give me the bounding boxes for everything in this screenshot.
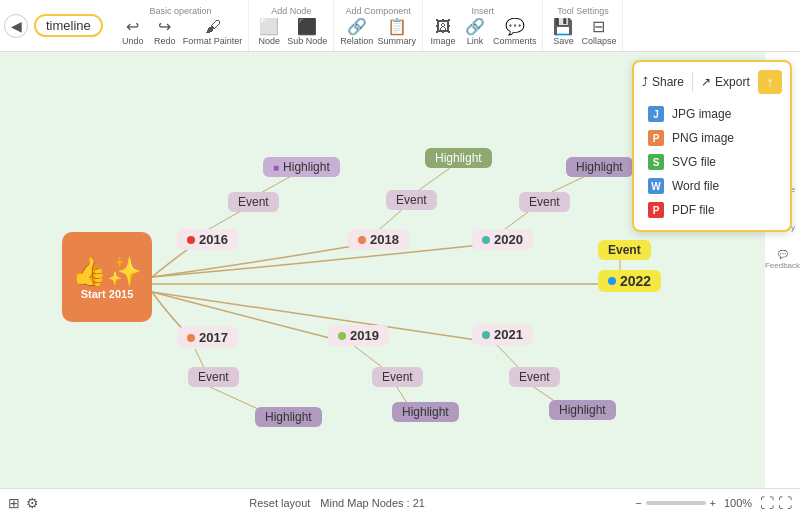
year-2021-node[interactable]: 2021 [472, 324, 533, 345]
start-node-label: Start 2015 [81, 288, 134, 300]
highlight-2016-label: Highlight [283, 160, 330, 174]
year-2018-node[interactable]: 2018 [348, 229, 409, 250]
redo-button[interactable]: ↪Redo [151, 18, 179, 46]
year-2021-label: 2021 [494, 327, 523, 342]
fullscreen-button[interactable]: ⛶ [778, 495, 792, 511]
add-component-group: Add Component 🔗Relation 📋Summary [334, 0, 423, 51]
share-button[interactable]: ⤴ Share [642, 75, 684, 89]
year-2020-node[interactable]: 2020 [472, 229, 533, 250]
event-2022-node[interactable]: Event [598, 240, 651, 260]
add-component-label: Add Component [346, 6, 411, 16]
pdf-icon: P [648, 202, 664, 218]
event-2020-node[interactable]: Event [519, 192, 570, 212]
feedback-button[interactable]: 💬 Feedback [765, 248, 800, 270]
highlight-2016-node[interactable]: ■ Highlight [263, 157, 340, 177]
event-2016-label: Event [238, 195, 269, 209]
year-2018-label: 2018 [370, 232, 399, 247]
event-2022-label: Event [608, 243, 641, 257]
png-label: PNG image [672, 131, 734, 145]
comments-button[interactable]: 💬Comments [493, 18, 537, 46]
highlight-2020-label: Highlight [576, 160, 623, 174]
divider [692, 72, 693, 92]
export-label: Export [715, 75, 750, 89]
tool-settings-group: Tool Settings 💾Save ⊟Collapse [543, 0, 623, 51]
year-2017-node[interactable]: 2017 [177, 327, 238, 348]
start-node[interactable]: 👍✨ Start 2015 [62, 232, 152, 322]
year-2022-node[interactable]: 2022 [598, 270, 661, 292]
reset-layout-button[interactable]: Reset layout [249, 497, 310, 509]
zoom-out-button[interactable]: − [635, 497, 641, 509]
export-button[interactable]: ↗ Export [701, 75, 750, 89]
add-node-label: Add Node [271, 6, 311, 16]
event-2021-label: Event [519, 370, 550, 384]
export-png-item[interactable]: P PNG image [642, 126, 782, 150]
year-2019-node[interactable]: 2019 [328, 325, 389, 346]
basic-operation-group: Basic operation ↩Undo ↪Redo 🖌Format Pain… [113, 0, 250, 51]
highlight-2017-node[interactable]: Highlight [255, 407, 322, 427]
bottombar: ⊞ ⚙ Reset layout Mind Map Nodes : 21 − +… [0, 488, 800, 516]
node-button[interactable]: ⬜Node [255, 18, 283, 46]
settings-icon: ⚙ [26, 495, 39, 511]
event-2019-node[interactable]: Event [372, 367, 423, 387]
year-2016-label: 2016 [199, 232, 228, 247]
zoom-level-label: 100% [720, 497, 756, 509]
export-svg-item[interactable]: S SVG file [642, 150, 782, 174]
toolbar: ◀ timeline Basic operation ↩Undo ↪Redo 🖌… [0, 0, 800, 52]
relation-button[interactable]: 🔗Relation [340, 18, 373, 46]
share-label: Share [652, 75, 684, 89]
summary-button[interactable]: 📋Summary [377, 18, 416, 46]
format-painter-button[interactable]: 🖌Format Painter [183, 18, 243, 46]
feedback-label: Feedback [765, 261, 800, 270]
export-word-item[interactable]: W Word file [642, 174, 782, 198]
year-2017-label: 2017 [199, 330, 228, 345]
event-2017-node[interactable]: Event [188, 367, 239, 387]
highlight-2019-node[interactable]: Highlight [392, 402, 459, 422]
highlight-2021-label: Highlight [559, 403, 606, 417]
feedback-icon: 💬 [778, 250, 788, 259]
undo-button[interactable]: ↩Undo [119, 18, 147, 46]
word-icon: W [648, 178, 664, 194]
event-2020-label: Event [529, 195, 560, 209]
export-pdf-item[interactable]: P PDF file [642, 198, 782, 222]
year-2019-label: 2019 [350, 328, 379, 343]
layer-icon: ⊞ [8, 495, 20, 511]
mindmap-canvas[interactable]: 👍✨ Start 2015 2016 2017 2018 2019 2020 2… [0, 52, 800, 516]
export-arrow-button[interactable]: ↑ [758, 70, 782, 94]
collapse-button[interactable]: ⊟Collapse [581, 18, 616, 46]
highlight-2018-node[interactable]: Highlight [425, 148, 492, 168]
image-button[interactable]: 🖼Image [429, 18, 457, 46]
add-node-group: Add Node ⬜Node ⬛Sub Node [249, 0, 334, 51]
insert-group: Insert 🖼Image 🔗Link 💬Comments [423, 0, 544, 51]
jpg-icon: J [648, 106, 664, 122]
event-2016-node[interactable]: Event [228, 192, 279, 212]
zoom-in-button[interactable]: + [710, 497, 716, 509]
svg-icon: S [648, 154, 664, 170]
event-2017-label: Event [198, 370, 229, 384]
fit-screen-button[interactable]: ⛶ [760, 495, 774, 511]
event-2018-node[interactable]: Event [386, 190, 437, 210]
jpg-label: JPG image [672, 107, 731, 121]
sub-node-button[interactable]: ⬛Sub Node [287, 18, 327, 46]
year-2022-label: 2022 [620, 273, 651, 289]
event-2018-label: Event [396, 193, 427, 207]
document-title[interactable]: timeline [34, 14, 103, 37]
export-icon: ↗ [701, 75, 711, 89]
highlight-2021-node[interactable]: Highlight [549, 400, 616, 420]
year-2016-node[interactable]: 2016 [177, 229, 238, 250]
export-jpg-item[interactable]: J JPG image [642, 102, 782, 126]
year-2020-label: 2020 [494, 232, 523, 247]
link-button[interactable]: 🔗Link [461, 18, 489, 46]
zoom-slider[interactable] [646, 501, 706, 505]
back-button[interactable]: ◀ [4, 14, 28, 38]
save-button[interactable]: 💾Save [549, 18, 577, 46]
start-node-emoji: 👍✨ [72, 255, 142, 288]
basic-operation-label: Basic operation [150, 6, 212, 16]
tool-settings-label: Tool Settings [557, 6, 609, 16]
highlight-2017-label: Highlight [265, 410, 312, 424]
insert-label: Insert [471, 6, 494, 16]
event-2021-node[interactable]: Event [509, 367, 560, 387]
word-label: Word file [672, 179, 719, 193]
png-icon: P [648, 130, 664, 146]
highlight-2020-node[interactable]: Highlight [566, 157, 633, 177]
pdf-label: PDF file [672, 203, 715, 217]
